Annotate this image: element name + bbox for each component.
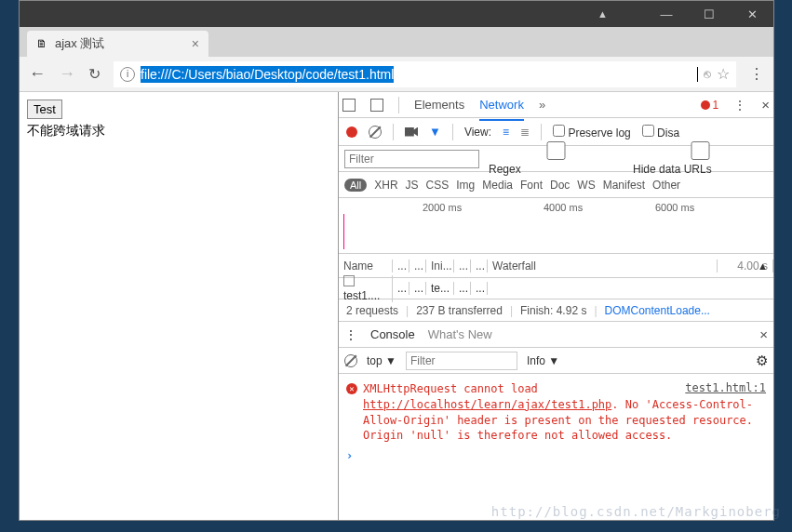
type-doc[interactable]: Doc [550,179,570,192]
context-selector[interactable]: top ▼ [367,354,396,367]
type-font[interactable]: Font [520,179,543,192]
scroll-up-icon[interactable]: ▲ [758,260,768,272]
drawer-tabs: ⋮ Console What's New × [339,322,773,348]
tab-console[interactable]: Console [370,322,415,348]
type-js[interactable]: JS [406,179,419,192]
devtools-menu-icon[interactable]: ⋮ [733,98,746,113]
tab-strip: 🗎 ajax 测试 × [20,27,773,57]
close-button[interactable]: ✕ [731,1,773,27]
text-cursor [697,67,698,82]
error-source[interactable]: test1.html:1 [685,381,766,394]
tab-network[interactable]: Network [479,95,524,121]
record-icon[interactable] [346,126,357,138]
type-ws[interactable]: WS [577,179,595,192]
user-icon[interactable]: ▲ [597,8,608,20]
filter-types: All XHR JS CSS Img Media Font Doc WS Man… [339,172,773,198]
file-icon [343,275,355,286]
drawer-menu-icon[interactable]: ⋮ [344,327,357,342]
error-badge[interactable]: 1 [701,99,719,112]
more-tabs-icon[interactable]: » [539,98,545,112]
network-table: Name ...... Ini... ...... Waterfall 4.00… [339,254,773,299]
inspect-icon[interactable] [342,99,356,112]
view-large-icon[interactable]: ≡ [503,126,509,139]
clear-console-icon[interactable] [344,354,357,367]
forward-button[interactable]: → [59,64,75,84]
table-header: Name ...... Ini... ...... Waterfall 4.00… [339,254,773,278]
timeline-marker [343,214,344,249]
url-text: file:///C:/Users/biao/Desktop/code/test1… [141,67,664,82]
disable-cache-checkbox[interactable]: Disa [642,125,679,140]
devtools-header: Elements Network » 1 ⋮ × [339,92,773,118]
console-prompt[interactable]: › [346,449,766,462]
col-name[interactable]: Name [339,259,393,273]
maximize-button[interactable]: ☐ [688,1,731,27]
settings-icon[interactable]: ⚙ [756,352,768,369]
tab-elements[interactable]: Elements [414,92,464,118]
browser-tab[interactable]: 🗎 ajax 测试 × [27,31,208,57]
table-row[interactable]: test1.... ...... te... ...... [339,278,773,299]
tab-title: ajax 测试 [55,35,184,52]
bookmark-icon[interactable]: ☆ [717,65,730,83]
address-bar[interactable]: i file:///C:/Users/biao/Desktop/code/tes… [114,61,736,87]
page-message: 不能跨域请求 [27,123,330,140]
col-initiator[interactable]: Ini... [426,259,454,273]
reload-button[interactable]: ↻ [88,65,101,83]
minimize-button[interactable]: — [645,1,688,27]
view-label: View: [464,126,491,139]
watermark: http://blog.csdn.net/Markginoberg [491,504,781,519]
filter-icon[interactable]: ▼ [429,125,441,139]
type-other[interactable]: Other [652,179,680,192]
hide-urls-checkbox[interactable]: Hide data URLs [633,141,768,176]
console-controls: top ▼ Info ▼ ⚙ [339,348,773,374]
type-media[interactable]: Media [482,179,513,192]
type-img[interactable]: Img [456,179,475,192]
regex-checkbox[interactable]: Regex [489,141,624,176]
test-button[interactable]: Test [27,100,62,119]
type-all[interactable]: All [344,179,367,192]
capture-icon[interactable] [405,127,418,137]
type-xhr[interactable]: XHR [374,179,397,192]
timeline[interactable]: 2000 ms 4000 ms 6000 ms [339,198,773,254]
back-button[interactable]: ← [29,64,46,84]
menu-icon[interactable]: ⋮ [749,65,764,83]
page-content: Test 不能跨域请求 [20,92,339,520]
filter-input[interactable] [344,150,479,168]
info-icon[interactable]: i [120,67,135,82]
network-filter-bar: Regex Hide data URLs [339,146,773,172]
drawer-close-icon[interactable]: × [759,326,768,342]
browser-toolbar: ← → ↻ i file:///C:/Users/biao/Desktop/co… [20,57,773,92]
view-small-icon[interactable]: ≣ [520,126,530,139]
browser-window: ▲ — ☐ ✕ 🗎 ajax 测试 × ← → ↻ i file:///C:/U… [19,0,774,521]
console-body: test1.html:1 ✕ XMLHttpRequest cannot loa… [339,374,773,470]
close-tab-icon[interactable]: × [192,36,199,51]
network-status: 2 requests| 237 B transferred| Finish: 4… [339,299,773,322]
console-filter-input[interactable] [406,352,517,370]
window-titlebar: ▲ — ☐ ✕ [20,1,773,27]
type-manifest[interactable]: Manifest [603,179,645,192]
file-icon: 🗎 [36,37,47,50]
clear-icon[interactable] [369,126,382,139]
tab-whatsnew[interactable]: What's New [428,322,492,348]
col-waterfall[interactable]: Waterfall [488,259,718,273]
level-selector[interactable]: Info ▼ [527,354,559,367]
preserve-log-checkbox[interactable]: Preserve log [553,125,631,140]
devtools-panel: Elements Network » 1 ⋮ × ▼ View: ≡ ≣ Pre… [339,92,773,520]
translate-icon[interactable]: ⎋ [704,67,711,81]
devtools-close-icon[interactable]: × [761,97,770,113]
type-css[interactable]: CSS [426,179,450,192]
device-icon[interactable] [370,99,383,112]
error-icon: ✕ [346,383,357,394]
